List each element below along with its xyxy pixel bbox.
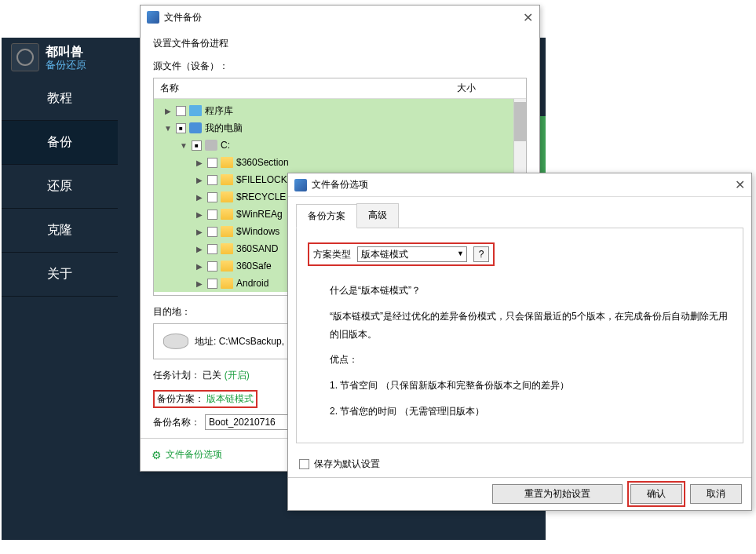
tree-item-label: $WinREAg: [236, 209, 283, 220]
plan-toggle-link[interactable]: (开启): [225, 370, 250, 381]
scheme-type-highlight: 方案类型 版本链模式 ?: [308, 242, 495, 266]
tree-row[interactable]: ▼C:: [154, 137, 526, 154]
app-small-icon: [147, 11, 159, 24]
scheme-type-label: 方案类型: [313, 248, 351, 261]
drive-icon: [205, 140, 217, 151]
desc-body: “版本链模式”是经过优化的差异备份模式，只会保留最近的5个版本，在完成备份后自动…: [330, 308, 732, 344]
nav-restore[interactable]: 还原: [2, 165, 118, 209]
scheme-value-link[interactable]: 版本链模式: [206, 393, 254, 404]
tree-checkbox[interactable]: [207, 210, 217, 220]
advantage-2: 2. 节省您的时间 （无需管理旧版本）: [330, 403, 732, 421]
tree-checkbox[interactable]: [176, 106, 186, 116]
close-icon[interactable]: ✕: [735, 177, 745, 192]
save-default-row: 保存为默认设置: [288, 451, 751, 477]
nav-tutorial[interactable]: 教程: [2, 77, 118, 121]
dest-path: 地址: C:\MCsBackup,: [195, 335, 284, 348]
tree-checkbox[interactable]: [192, 140, 202, 151]
tree-caret-icon[interactable]: ▼: [179, 141, 188, 150]
app-logo: 都叫兽 备份还原: [11, 43, 86, 71]
folder-icon: [221, 157, 233, 168]
tree-caret-icon[interactable]: ▶: [195, 245, 204, 253]
options-link-text: 文件备份选项: [166, 448, 222, 461]
tree-row[interactable]: ▶程序库: [154, 102, 526, 119]
app-small-icon: [294, 179, 307, 191]
options-title: 文件备份选项: [312, 178, 368, 191]
tree-checkbox[interactable]: [207, 227, 217, 237]
folder-icon: [221, 174, 233, 185]
close-icon[interactable]: ✕: [523, 10, 533, 25]
scheme-type-select[interactable]: 版本链模式: [357, 246, 467, 262]
folder-icon: [221, 261, 233, 272]
tree-item-label: 360Safe: [236, 261, 272, 272]
tree-checkbox[interactable]: [207, 192, 217, 202]
name-label: 备份名称：: [153, 416, 200, 429]
scheme-description: 什么是“版本链模式”？ “版本链模式”是经过优化的差异备份模式，只会保留最近的5…: [308, 282, 732, 421]
cancel-button[interactable]: 取消: [690, 484, 742, 504]
tree-checkbox[interactable]: [207, 158, 217, 168]
pc-icon: [189, 122, 202, 133]
tree-item-label: $Windows: [236, 226, 279, 237]
tree-caret-icon[interactable]: ▼: [163, 124, 173, 133]
tree-row[interactable]: ▼我的电脑: [154, 119, 526, 137]
dialog-titlebar[interactable]: 文件备份 ✕: [141, 5, 539, 29]
backup-options-link[interactable]: ⚙ 文件备份选项: [152, 448, 222, 461]
tree-item-label: 我的电脑: [205, 122, 243, 135]
save-default-label: 保存为默认设置: [314, 457, 380, 471]
tree-caret-icon[interactable]: ▶: [195, 176, 204, 184]
folder-icon: [221, 209, 233, 220]
tree-checkbox[interactable]: [207, 175, 217, 185]
col-size-header[interactable]: 大小: [457, 82, 520, 95]
tree-row[interactable]: ▶$360Section: [154, 154, 526, 171]
tree-item-label: $RECYCLE: [236, 191, 286, 202]
safe-icon: [11, 43, 39, 71]
dialog-subtitle: 设置文件备份进程: [153, 37, 527, 50]
tree-item-label: $FILELOCK: [236, 174, 287, 185]
tree-checkbox[interactable]: [207, 261, 217, 272]
plan-value: 已关: [203, 370, 221, 381]
tree-header: 名称 大小: [154, 78, 526, 99]
help-button[interactable]: ?: [473, 246, 489, 262]
plan-label: 任务计划：: [153, 370, 200, 381]
scheme-label: 备份方案：: [157, 393, 204, 404]
ok-button[interactable]: 确认: [630, 484, 682, 504]
tree-caret-icon[interactable]: ▶: [195, 228, 204, 236]
nav-about[interactable]: 关于: [2, 253, 118, 297]
tree-item-label: 程序库: [205, 104, 233, 118]
desc-heading: 什么是“版本链模式”？: [330, 282, 732, 300]
tree-item-label: Android: [236, 278, 268, 289]
tree-item-label: $360Section: [236, 157, 289, 168]
tree-item-label: C:: [221, 140, 230, 151]
tree-checkbox[interactable]: [176, 123, 186, 133]
col-name-header[interactable]: 名称: [160, 82, 457, 95]
tab-backup-scheme[interactable]: 备份方案: [296, 204, 357, 228]
advantage-1: 1. 节省空间 （只保留新版本和完整备份版本之间的差异）: [330, 377, 732, 395]
nav-clone[interactable]: 克隆: [2, 209, 118, 253]
logo-title: 都叫兽: [46, 44, 86, 59]
logo-subtitle: 备份还原: [46, 59, 86, 71]
tree-checkbox[interactable]: [207, 244, 217, 254]
save-default-checkbox[interactable]: [299, 459, 309, 469]
nav-backup[interactable]: 备份: [2, 121, 118, 165]
folder-icon: [221, 226, 233, 237]
scheme-highlight: 备份方案： 版本链模式: [153, 390, 257, 408]
disk-icon: [163, 333, 188, 349]
tree-caret-icon[interactable]: ▶: [195, 159, 204, 167]
folder-icon: [221, 191, 233, 202]
tree-caret-icon[interactable]: ▶: [195, 262, 204, 271]
source-label: 源文件（设备）：: [153, 60, 527, 73]
tree-caret-icon[interactable]: ▶: [163, 107, 173, 115]
advantages-label: 优点：: [330, 351, 732, 369]
folder-icon: [221, 243, 233, 254]
tree-caret-icon[interactable]: ▶: [195, 210, 204, 219]
tab-advanced[interactable]: 高级: [356, 203, 399, 228]
options-content: 方案类型 版本链模式 ? 什么是“版本链模式”？ “版本链模式”是经过优化的差异…: [296, 228, 743, 443]
tree-caret-icon[interactable]: ▶: [195, 279, 204, 288]
gear-green-icon: ⚙: [152, 449, 162, 461]
tree-checkbox[interactable]: [207, 279, 217, 289]
options-titlebar[interactable]: 文件备份选项 ✕: [288, 173, 751, 197]
options-footer: 重置为初始设置 确认 取消: [288, 477, 751, 510]
tree-caret-icon[interactable]: ▶: [195, 193, 204, 202]
reset-button[interactable]: 重置为初始设置: [492, 484, 623, 504]
app-sidebar: 教程 备份 还原 克隆 关于: [2, 77, 118, 297]
scrollbar-thumb[interactable]: [514, 102, 526, 141]
